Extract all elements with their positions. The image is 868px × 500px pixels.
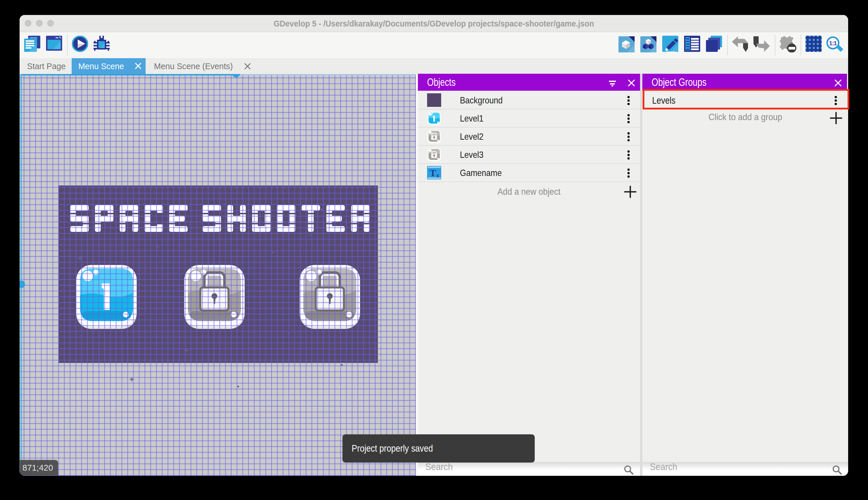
svg-text:T: T bbox=[430, 168, 436, 178]
svg-text:1:1: 1:1 bbox=[829, 40, 837, 46]
svg-text:x: x bbox=[436, 172, 439, 179]
